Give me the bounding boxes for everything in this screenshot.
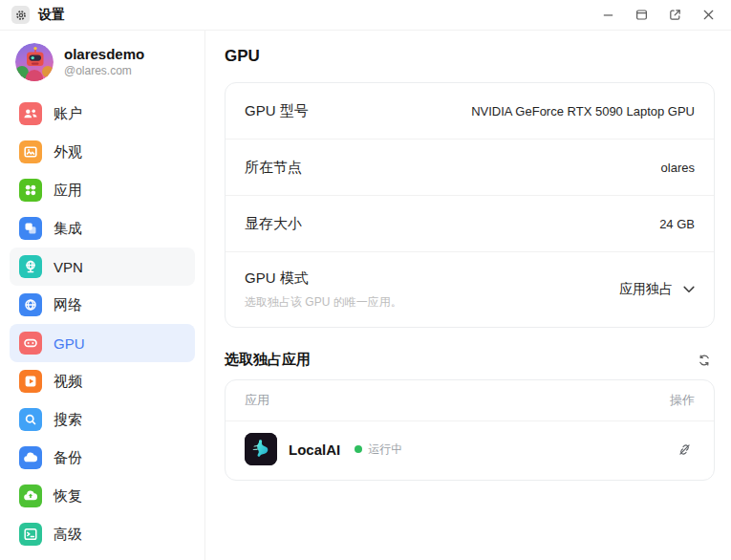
gpu-mode-select[interactable]: 应用独占 [619,281,695,298]
node-value: olares [661,161,695,175]
sidebar-item-label: 集成 [54,220,82,238]
titlebar: 设置 [0,0,731,31]
section-title: 选取独占应用 [225,351,311,369]
gpu-model-row: GPU 型号 NVIDIA GeForce RTX 5090 Laptop GP… [226,83,714,140]
maximize-button[interactable] [633,6,651,24]
users-icon [19,102,42,125]
settings-app-icon [11,6,30,24]
vram-value: 24 GB [659,217,695,231]
user-handle: @olares.com [64,64,144,78]
image-icon [19,140,42,163]
sidebar-item-label: 账户 [54,105,82,123]
sidebar-item-network[interactable]: 网络 [10,286,195,324]
status-text: 运行中 [368,442,402,458]
unbind-app-button[interactable] [675,440,695,460]
refresh-icon [698,354,711,367]
gpu-mode-description: 选取独占该 GPU 的唯一应用。 [245,294,402,311]
gpu-model-value: NVIDIA GeForce RTX 5090 Laptop GPU [471,104,695,118]
row-label: GPU 型号 [245,102,309,120]
sidebar-item-label: 视频 [54,373,82,391]
open-external-button[interactable] [666,6,684,24]
avatar [15,43,54,81]
status-dot [355,445,362,453]
sidebar-item-label: VPN [54,259,83,275]
localai-app-icon [245,433,277,465]
sidebar-item-label: 外观 [54,143,82,162]
chevron-down-icon [683,286,695,293]
page-title: GPU [225,47,715,66]
exclusive-app-section-header: 选取独占应用 [225,351,713,369]
sidebar-item-label: 应用 [54,182,82,200]
cloud-restore-icon [19,485,42,507]
sidebar-item-vpn[interactable]: VPN [10,248,195,286]
node-row: 所在节点 olares [226,140,714,196]
sidebar-menu: 账户 外观 [10,95,195,553]
app-name: LocalAI [289,442,340,458]
sidebar-item-restore[interactable]: 恢复 [10,477,195,515]
close-button[interactable] [699,6,718,24]
sidebar-item-integration[interactable]: 集成 [10,209,195,248]
user-info: olaresdemo @olares.com [64,46,144,79]
user-profile[interactable]: olaresdemo @olares.com [10,43,195,81]
sidebar: olaresdemo @olares.com 账户 [0,31,205,560]
gpu-mode-row: GPU 模式 选取独占该 GPU 的唯一应用。 应用独占 [226,252,714,327]
column-app: 应用 [245,392,269,409]
sidebar-item-gpu[interactable]: GPU [10,324,195,362]
gpu-goggles-icon [19,332,42,355]
sidebar-item-video[interactable]: 视频 [10,362,195,400]
user-name: olaresdemo [64,46,144,64]
app-status: 运行中 [355,442,402,458]
sidebar-item-label: 高级 [54,526,82,544]
video-play-icon [19,370,42,393]
sidebar-item-label: 网络 [54,296,82,314]
sidebar-item-search[interactable]: 搜索 [10,400,195,439]
row-label: GPU 模式 [245,269,402,288]
apps-icon [19,179,42,202]
sidebar-item-label: 搜索 [54,411,82,429]
gpu-mode-value: 应用独占 [619,281,673,298]
row-label: 显存大小 [245,215,302,233]
sidebar-item-account[interactable]: 账户 [10,95,195,133]
sidebar-item-label: 恢复 [54,487,82,506]
minimize-button[interactable] [599,6,617,24]
window-controls [599,6,718,24]
gpu-info-card: GPU 型号 NVIDIA GeForce RTX 5090 Laptop GP… [225,82,715,328]
sidebar-item-label: GPU [54,335,85,352]
vram-row: 显存大小 24 GB [226,196,714,252]
unlink-icon [677,442,693,458]
table-row: LocalAI 运行中 [226,421,714,480]
sidebar-item-label: 备份 [54,449,82,467]
row-label: 所在节点 [245,159,302,177]
main-content: GPU GPU 型号 NVIDIA GeForce RTX 5090 Lapto… [205,31,731,560]
magnifier-icon [19,408,42,431]
sidebar-item-advanced[interactable]: 高级 [10,515,195,553]
refresh-button[interactable] [696,352,713,369]
globe-icon [19,293,42,316]
globe-stand-icon [19,255,42,278]
column-action: 操作 [670,392,695,409]
sidebar-item-applications[interactable]: 应用 [10,171,195,209]
window-title: 设置 [38,7,65,24]
exclusive-app-table: 应用 操作 [225,379,715,481]
sidebar-item-backup[interactable]: 备份 [10,439,195,477]
gpu-mode-labels: GPU 模式 选取独占该 GPU 的唯一应用。 [245,269,402,311]
sidebar-item-appearance[interactable]: 外观 [10,133,195,171]
cloud-icon [19,446,42,469]
terminal-icon [19,523,42,546]
overlap-squares-icon [19,217,42,240]
table-header: 应用 操作 [226,380,714,421]
